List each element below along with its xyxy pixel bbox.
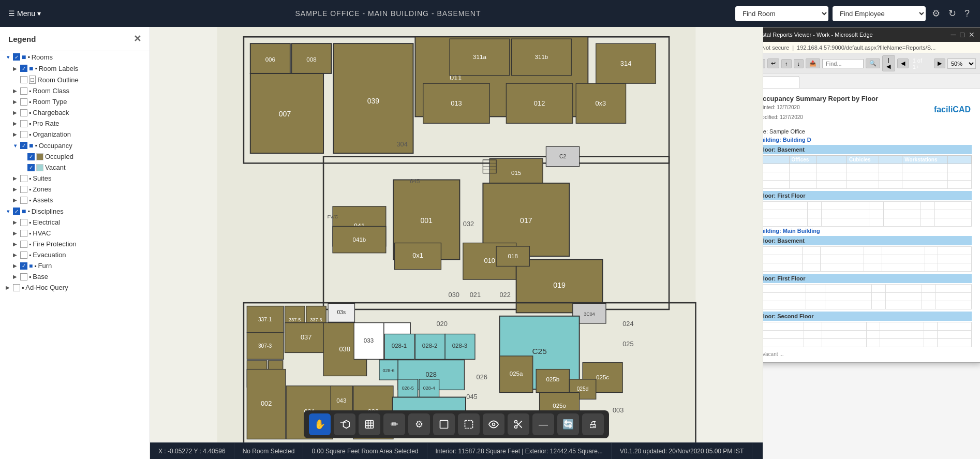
- checkbox-occupancy[interactable]: ✓: [20, 142, 27, 149]
- folder-icon: ▪: [29, 120, 31, 127]
- browser-titlebar: Crystal Reports Viewer - Work - Microsof…: [763, 27, 980, 42]
- settings-tool-button[interactable]: ⚙: [408, 413, 430, 435]
- toolbar-up-button[interactable]: ↑: [781, 59, 792, 68]
- checkbox-evacuation[interactable]: [20, 251, 27, 259]
- checkbox-pro-rate[interactable]: [20, 120, 27, 127]
- checkbox-rooms[interactable]: ✓: [13, 53, 20, 61]
- help-icon[interactable]: ?: [962, 6, 972, 21]
- tree-item-disciplines[interactable]: ▾ ✓ ■ ▪ Disciplines: [0, 205, 150, 217]
- checkbox-zones[interactable]: [20, 186, 27, 193]
- checkbox-vacant[interactable]: ✓: [27, 164, 35, 171]
- main-report-tab[interactable]: Main Report: [763, 76, 799, 88]
- checkbox-room-type[interactable]: [20, 98, 27, 106]
- checkbox-chargeback[interactable]: [20, 109, 27, 116]
- grid-select-tool-button[interactable]: [359, 413, 380, 435]
- svg-rect-129: [440, 421, 448, 428]
- tree-item-pro-rate[interactable]: ▶ ▪ Pro Rate: [0, 118, 150, 129]
- box-select-button[interactable]: [458, 413, 480, 435]
- checkbox-fire-protection[interactable]: [20, 241, 27, 248]
- folder-icon: ▪: [29, 98, 31, 106]
- tree-item-assets[interactable]: ▶ ▪ Assets: [0, 195, 150, 205]
- checkbox-suites[interactable]: [20, 175, 27, 182]
- menu-chevron-icon: ▾: [37, 9, 41, 18]
- tree-item-vacant[interactable]: ✓ Vacant: [0, 162, 150, 173]
- folder-icon: ▪: [29, 175, 31, 182]
- minus-tool-button[interactable]: —: [532, 413, 554, 435]
- checkbox-occupied[interactable]: ✓: [27, 153, 35, 160]
- toolbar-refresh-button[interactable]: ↩: [767, 58, 779, 68]
- checkbox-room-class[interactable]: [20, 87, 27, 95]
- browser-toolbar: 🖨 ↩ ↑ ↓ 📤 🔍 |◀ ◀ 1 of 1+ ▶ 50% 75%: [763, 53, 980, 74]
- tree-item-organization[interactable]: ▶ ▪ Organization: [0, 129, 150, 140]
- tree-item-fire-protection[interactable]: ▶ ▪ Fire Protection: [0, 239, 150, 249]
- checkbox-adhoc[interactable]: [13, 284, 20, 291]
- tree-item-chargeback[interactable]: ▶ ▪ Chargeback: [0, 107, 150, 118]
- checkbox-disciplines[interactable]: ✓: [13, 208, 20, 215]
- nav-first-button[interactable]: |◀: [882, 55, 895, 71]
- tree-item-occupied[interactable]: ✓ Occupied: [0, 151, 150, 162]
- fire-protection-label: Fire Protection: [33, 240, 77, 248]
- legend-close-button[interactable]: ✕: [133, 33, 141, 45]
- svg-text:028-2: 028-2: [422, 343, 438, 349]
- checkbox-room-outline[interactable]: [20, 76, 27, 83]
- find-input[interactable]: [822, 59, 864, 68]
- tree-item-room-class[interactable]: ▶ ▪ Room Class: [0, 85, 150, 96]
- refresh-icon[interactable]: ↻: [946, 6, 958, 21]
- tree-item-room-type[interactable]: ▶ ▪ Room Type: [0, 96, 150, 107]
- nav-next-button[interactable]: ▶: [934, 58, 945, 68]
- camera-tool-button[interactable]: [334, 413, 355, 435]
- tree-item-occupancy[interactable]: ▾ ✓ ■ ▪ Occupancy: [0, 140, 150, 151]
- toolbar-export-button[interactable]: 📤: [806, 58, 820, 68]
- building-d-label: Building: Building D: [763, 137, 972, 143]
- minimize-button[interactable]: ─: [951, 31, 956, 39]
- tree-item-adhoc[interactable]: ▶ ▪ Ad-Hoc Query: [0, 282, 150, 293]
- tree-item-zones[interactable]: ▶ ▪ Zones: [0, 184, 150, 195]
- toolbar-print-button[interactable]: 🖨: [763, 59, 765, 68]
- edit-tool-button[interactable]: ✏: [383, 413, 405, 435]
- checkbox-furn[interactable]: ✓: [20, 262, 27, 270]
- maximize-button[interactable]: □: [960, 31, 964, 39]
- tree-item-base[interactable]: ▶ ▪ Base: [0, 271, 150, 282]
- tree-item-electrical[interactable]: ▶ ▪ Electrical: [0, 217, 150, 228]
- cut-tool-button[interactable]: [508, 413, 529, 435]
- tree-item-furn[interactable]: ▶ ✓ ■ ▪ Furn: [0, 260, 150, 271]
- frame-tool-button[interactable]: [433, 413, 455, 435]
- menu-button[interactable]: ☰ Menu ▾: [8, 9, 41, 18]
- find-room-dropdown[interactable]: Find Room: [735, 6, 828, 21]
- find-employee-dropdown[interactable]: Find Employee: [833, 6, 926, 21]
- close-button[interactable]: ✕: [969, 31, 975, 39]
- settings-icon[interactable]: ⚙: [930, 6, 942, 21]
- toolbar-down-button[interactable]: ↓: [794, 59, 804, 68]
- checkbox-base[interactable]: [20, 273, 27, 280]
- tree-item-evacuation[interactable]: ▶ ▪ Evacuation: [0, 249, 150, 260]
- checkbox-assets[interactable]: [20, 197, 27, 204]
- table-row: Vacant00.00%00.00%00.00%: [763, 202, 972, 210]
- zoom-select[interactable]: 50% 75% 100%: [947, 58, 976, 69]
- svg-text:028: 028: [425, 371, 436, 378]
- tree-item-hvac[interactable]: ▶ ▪ HVAC: [0, 228, 150, 239]
- map-area[interactable]: 007 006 008 039 011 311a: [150, 27, 763, 459]
- eye-tool-button[interactable]: [483, 413, 504, 435]
- pan-tool-button[interactable]: ✋: [309, 413, 331, 435]
- print-tool-button[interactable]: 🖨: [582, 413, 604, 435]
- url-text: 192.168.4.57:9000/default.aspx?fileName=…: [797, 45, 936, 51]
- tree-item-suites[interactable]: ▶ ▪ Suites: [0, 173, 150, 184]
- table-row: Occupied583.33%00.00%00.00%: [763, 172, 972, 181]
- svg-text:C25: C25: [532, 347, 546, 356]
- nav-prev-button[interactable]: ◀: [897, 58, 909, 68]
- tree-item-room-labels[interactable]: ▶ ✓ ■ ▪ Room Labels: [0, 63, 150, 74]
- checkbox-organization[interactable]: [20, 131, 27, 138]
- loop-tool-button[interactable]: 🔄: [557, 413, 579, 435]
- table-row: Vacant210.00%433.33%00.00%: [763, 247, 972, 255]
- tree-item-room-outline[interactable]: □ Room Outline: [0, 74, 150, 85]
- svg-text:020: 020: [436, 320, 447, 328]
- checkbox-room-labels[interactable]: ✓: [20, 65, 27, 72]
- svg-text:028-6: 028-6: [382, 368, 394, 373]
- find-button[interactable]: 🔍: [866, 58, 880, 68]
- tree-item-rooms[interactable]: ▾ ✓ ■ ▪ Rooms: [0, 51, 150, 63]
- checkbox-hvac[interactable]: [20, 230, 27, 237]
- checkbox-electrical[interactable]: [20, 219, 27, 226]
- table-row: Occupied1890.00%866.67%00.00%: [763, 255, 972, 263]
- browser-title-text: Crystal Reports Viewer - Work - Microsof…: [763, 32, 873, 38]
- table-row: Total34100.00%6100.00%00.00%: [763, 339, 972, 347]
